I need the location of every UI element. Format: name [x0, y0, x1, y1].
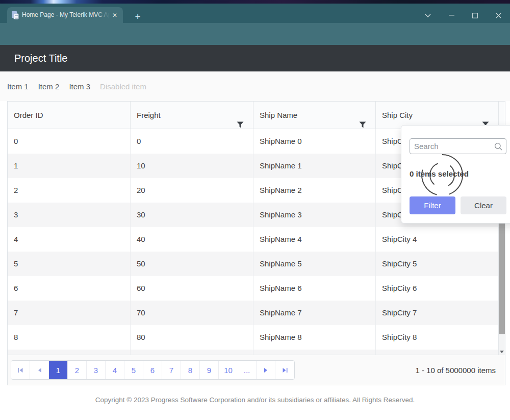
menu-item-disabled: Disabled item [100, 80, 149, 93]
page-favicon-icon [12, 11, 19, 19]
items-selected-status: 0 items selected [410, 169, 469, 178]
last-page-button[interactable] [275, 361, 294, 379]
page-number-button[interactable]: 6 [143, 361, 162, 379]
menu-item-1[interactable]: Item 1 [7, 80, 31, 93]
page-number-button[interactable]: 5 [124, 361, 143, 379]
clear-button[interactable]: Clear [461, 196, 506, 214]
page-number-button[interactable]: 1 [49, 361, 68, 379]
filter-menu-popup: 0 items selected Filter Clear [401, 125, 510, 224]
table-row[interactable]: 7 70 ShipName 7 ShipCity 7 [8, 301, 505, 325]
copyright-footer: Copyright © 2023 Progress Software Corpo… [0, 396, 510, 404]
menu-item-2[interactable]: Item 2 [38, 80, 62, 93]
page-number-button[interactable]: 2 [68, 361, 87, 379]
page-number-button[interactable]: 4 [106, 361, 124, 379]
filter-search-box [410, 138, 506, 154]
table-row[interactable]: 4 40 ShipName 4 ShipCity 4 [8, 227, 505, 252]
page-number-button[interactable]: 8 [181, 361, 200, 379]
browser-titlebar: Home Page - My Telerik MVC Ap ✕ + [0, 4, 510, 23]
pager-info: 1 - 10 of 5000000 items [415, 355, 496, 385]
page-content: Project Title Item 1 Item 2 Item 3 Disab… [0, 45, 510, 420]
scrollbar-down-arrow-icon[interactable] [500, 351, 504, 353]
tab-title-fade [96, 7, 112, 23]
search-icon [494, 142, 502, 151]
filter-button[interactable]: Filter [410, 196, 455, 214]
tab-search-chevron-icon[interactable] [416, 7, 440, 23]
page-number-button[interactable]: 10 [219, 361, 238, 379]
maximize-icon[interactable] [463, 7, 487, 23]
desktop-wallpaper-strip [0, 0, 510, 4]
new-tab-icon[interactable]: + [132, 11, 144, 23]
column-header-ship-name[interactable]: Ship Name [253, 102, 376, 129]
table-row[interactable]: 6 60 ShipName 6 ShipCity 6 [8, 276, 505, 301]
page-number-button[interactable]: 9 [200, 361, 219, 379]
browser-tab[interactable]: Home Page - My Telerik MVC Ap ✕ [7, 7, 123, 23]
close-window-icon[interactable] [487, 7, 510, 23]
browser-toolbar: localhost:64287 ••• [0, 23, 510, 45]
first-page-button[interactable] [11, 361, 30, 379]
table-row[interactable]: 5 50 ShipName 5 ShipCity 5 [8, 252, 505, 276]
more-pages-button[interactable]: ... [238, 361, 257, 379]
filter-search-input[interactable] [414, 139, 493, 154]
table-row[interactable]: 8 80 ShipName 8 ShipCity 8 [8, 325, 505, 350]
app-header: Project Title [0, 45, 510, 71]
grid-pager: 1 2 3 4 5 6 7 8 9 10 ... 1 - 10 of 50000… [8, 355, 505, 385]
page-title: Project Title [14, 45, 67, 71]
menu-item-3[interactable]: Item 3 [69, 80, 93, 93]
column-header-freight[interactable]: Freight [131, 102, 253, 129]
minimize-icon[interactable] [440, 7, 463, 23]
page-number-button[interactable]: 7 [162, 361, 181, 379]
partial-row [8, 350, 505, 355]
pager-buttons: 1 2 3 4 5 6 7 8 9 10 ... [11, 360, 295, 380]
page-number-button[interactable]: 3 [87, 361, 106, 379]
column-header-order-id[interactable]: Order ID [8, 102, 131, 129]
menubar: Item 1 Item 2 Item 3 Disabled item [0, 71, 510, 101]
next-page-button[interactable] [257, 361, 275, 379]
tab-close-icon[interactable]: ✕ [111, 11, 119, 19]
previous-page-button[interactable] [30, 361, 49, 379]
